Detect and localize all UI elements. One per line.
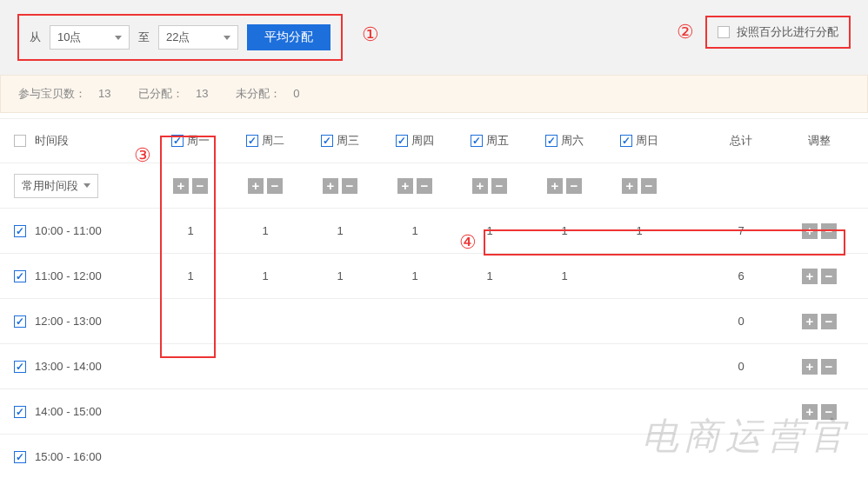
row-total: 0 <box>698 315 785 328</box>
row-total: 6 <box>698 269 785 282</box>
minus-icon[interactable]: − <box>491 178 507 194</box>
cell-value[interactable]: 1 <box>602 224 677 237</box>
time-slot-label: 10:00 - 11:00 <box>35 224 102 237</box>
chevron-down-icon <box>83 183 90 188</box>
row-checkbox[interactable] <box>14 406 26 418</box>
percentage-checkbox[interactable] <box>718 26 730 38</box>
to-value: 22点 <box>166 30 190 45</box>
time-range-group: 从 10点 至 22点 平均分配 <box>17 14 343 61</box>
day-checkbox[interactable] <box>471 135 483 147</box>
plus-icon[interactable]: + <box>802 269 818 284</box>
day-pm-thu: +− <box>397 178 432 194</box>
minus-icon[interactable]: − <box>821 404 837 420</box>
common-slots-select[interactable]: 常用时间段 <box>14 174 98 198</box>
from-select[interactable]: 10点 <box>50 25 130 50</box>
status-unassigned: 未分配：0 <box>236 87 311 100</box>
day-pm-fri: +− <box>472 178 507 194</box>
row-adjust: +− <box>785 359 854 375</box>
minus-icon[interactable]: − <box>641 178 657 194</box>
cell-value[interactable]: 1 <box>228 269 303 282</box>
control-row: 常用时间段 +− +− +− +− +− +− +− <box>0 163 868 209</box>
day-pm-sat: +− <box>547 178 582 194</box>
row-adjust: +− <box>785 404 854 420</box>
row-checkbox[interactable] <box>14 270 26 282</box>
plus-icon[interactable]: + <box>622 178 638 194</box>
percentage-label: 按照百分比进行分配 <box>737 24 838 40</box>
day-header-wed[interactable]: 周三 <box>303 133 377 149</box>
row-total: 7 <box>698 224 785 237</box>
row-adjust: +− <box>785 314 854 329</box>
row-checkbox[interactable] <box>14 451 26 463</box>
from-label: 从 <box>30 30 41 45</box>
row-total: 0 <box>698 360 785 373</box>
cell-value[interactable]: 1 <box>452 269 527 282</box>
cell-value[interactable]: 1 <box>377 224 452 237</box>
table-row: 12:00 - 13:000+− <box>0 299 868 344</box>
table-header-row: 时间段 周一 周二 周三 周四 周五 周六 周日 <box>0 118 868 163</box>
plus-icon[interactable]: + <box>802 359 818 375</box>
day-checkbox[interactable] <box>321 135 333 147</box>
plus-icon[interactable]: + <box>802 223 818 239</box>
cell-value[interactable]: 1 <box>153 269 228 282</box>
plus-icon[interactable]: + <box>397 178 413 194</box>
row-adjust: +− <box>785 269 854 284</box>
percentage-option[interactable]: 按照百分比进行分配 <box>705 16 851 49</box>
minus-icon[interactable]: − <box>417 178 432 194</box>
day-header-sat[interactable]: 周六 <box>527 133 602 149</box>
status-bar: 参与宝贝数：13 已分配：13 未分配：0 <box>0 75 868 113</box>
day-checkbox[interactable] <box>171 135 184 147</box>
minus-icon[interactable]: − <box>821 223 837 239</box>
adjust-header: 调整 <box>785 133 854 149</box>
plus-icon[interactable]: + <box>547 178 563 194</box>
minus-icon[interactable]: − <box>342 178 357 194</box>
to-label: 至 <box>138 30 150 45</box>
minus-icon[interactable]: − <box>821 269 837 284</box>
plus-icon[interactable]: + <box>802 404 818 420</box>
annotation-3: ③ <box>134 144 151 167</box>
minus-icon[interactable]: − <box>821 359 837 375</box>
cell-value[interactable]: 1 <box>153 224 228 237</box>
minus-icon[interactable]: − <box>566 178 582 194</box>
day-pm-tue: +− <box>248 178 283 194</box>
chevron-down-icon <box>224 36 230 40</box>
day-header-mon[interactable]: 周一 <box>153 133 228 149</box>
minus-icon[interactable]: − <box>267 178 283 194</box>
cell-value[interactable]: 1 <box>228 224 303 237</box>
day-checkbox[interactable] <box>545 135 558 147</box>
total-header: 总计 <box>698 133 785 149</box>
plus-icon[interactable]: + <box>323 178 338 194</box>
plus-icon[interactable]: + <box>173 178 189 194</box>
distribute-button[interactable]: 平均分配 <box>247 24 331 50</box>
day-checkbox[interactable] <box>396 135 408 147</box>
time-slot-label: 15:00 - 16:00 <box>35 450 102 463</box>
chevron-down-icon <box>115 36 122 40</box>
time-header-cell: 时间段 <box>14 133 153 149</box>
cell-value[interactable]: 1 <box>303 224 377 237</box>
select-all-checkbox[interactable] <box>14 135 26 147</box>
cell-value[interactable]: 1 <box>527 224 602 237</box>
time-header-label: 时间段 <box>35 133 69 149</box>
day-checkbox[interactable] <box>246 135 258 147</box>
day-header-tue[interactable]: 周二 <box>228 133 303 149</box>
plus-icon[interactable]: + <box>472 178 488 194</box>
plus-icon[interactable]: + <box>802 314 818 329</box>
annotation-1: ① <box>362 23 379 46</box>
status-items: 参与宝贝数：13 <box>18 87 123 100</box>
table-row: 13:00 - 14:000+− <box>0 344 868 389</box>
cell-value[interactable]: 1 <box>303 269 377 282</box>
row-checkbox[interactable] <box>14 361 26 373</box>
day-checkbox[interactable] <box>620 135 632 147</box>
cell-value[interactable]: 1 <box>377 269 452 282</box>
cell-value[interactable]: 1 <box>527 269 602 282</box>
row-checkbox[interactable] <box>14 315 26 328</box>
minus-icon[interactable]: − <box>821 314 837 329</box>
plus-icon[interactable]: + <box>248 178 264 194</box>
row-checkbox[interactable] <box>14 225 26 237</box>
day-header-thu[interactable]: 周四 <box>377 133 452 149</box>
day-header-fri[interactable]: 周五 <box>452 133 527 149</box>
from-value: 10点 <box>57 30 81 45</box>
status-assigned: 已分配：13 <box>138 87 220 100</box>
minus-icon[interactable]: − <box>192 178 208 194</box>
to-select[interactable]: 22点 <box>158 25 238 50</box>
day-header-sun[interactable]: 周日 <box>602 133 677 149</box>
